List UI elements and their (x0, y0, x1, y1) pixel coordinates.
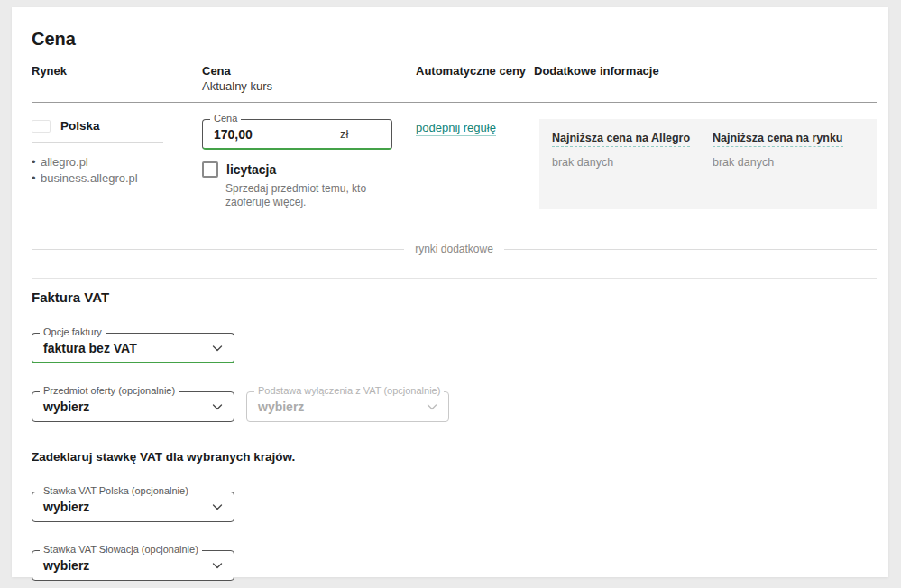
header-price: Cena (202, 64, 416, 78)
header-price-sub: Aktualny kurs (202, 78, 416, 94)
info-lowest-allegro: Najniższa cena na Allegro brak danych (552, 132, 703, 195)
vat-exemption-value: wybierz (258, 400, 427, 414)
vat-exemption-select: Podstawa wyłączenia z VAT (opcjonalnie) … (246, 391, 449, 422)
market-divider (32, 142, 163, 143)
auction-checkbox[interactable] (202, 161, 218, 178)
auction-option: licytacja Sprzedaj przedmiot temu, kto z… (202, 161, 416, 209)
chevron-down-icon (212, 501, 223, 512)
channel-item: business.allegro.pl (32, 170, 184, 187)
currency-suffix: zł (340, 127, 348, 141)
offer-subject-select[interactable]: Przedmiot oferty (opcjonalnie) wybierz (32, 391, 234, 422)
chevron-down-icon (427, 401, 437, 412)
vat-rate-slovakia-select[interactable]: Stawka VAT Słowacja (opcjonalnie) wybier… (32, 550, 234, 581)
market-row: Polska allegro.pl business.allegro.pl Ce… (32, 103, 877, 209)
price-field[interactable]: Cena zł (202, 119, 392, 150)
info-value-lowest-market: brak danych (713, 156, 774, 169)
market-cell: Polska allegro.pl business.allegro.pl (32, 119, 202, 209)
poland-flag-icon (32, 120, 51, 133)
channel-list: allegro.pl business.allegro.pl (32, 154, 184, 186)
info-lowest-market: Najniższa cena na rynku brak danych (713, 132, 864, 195)
offer-subject-label: Przedmiot oferty (opcjonalnie) (40, 385, 179, 397)
section-divider (32, 278, 877, 279)
price-field-label: Cena (210, 113, 241, 124)
header-additional-info: Dodatkowe informacje (534, 64, 877, 94)
page-title: Cena (32, 29, 877, 50)
offer-subject-value: wybierz (43, 400, 212, 414)
price-section-card: Cena Rynek Cena Aktualny kurs Automatycz… (12, 7, 888, 577)
market-name: Polska (60, 119, 100, 133)
vat-exemption-label: Podstawa wyłączenia z VAT (opcjonalnie) (254, 385, 444, 397)
header-market: Rynek (32, 64, 202, 94)
price-input[interactable] (214, 127, 340, 142)
vat-rate-poland-label: Stawka VAT Polska (opcjonalnie) (40, 485, 192, 497)
attach-rule-link[interactable]: podepnij regułę (416, 121, 496, 136)
auto-prices-cell: podepnij regułę (416, 119, 534, 209)
price-cell: Cena zł licytacja Sprzedaj przedmiot tem… (202, 119, 416, 209)
auction-label: licytacja (226, 162, 276, 177)
declare-vat-text: Zadeklaruj stawkę VAT dla wybranych kraj… (32, 450, 877, 464)
invoice-options-value: faktura bez VAT (43, 341, 212, 355)
vat-rate-poland-value: wybierz (43, 500, 212, 514)
vat-section-heading: Faktura VAT (32, 289, 877, 305)
info-value-lowest-allegro: brak danych (552, 156, 613, 169)
vat-rate-slovakia-value: wybierz (43, 558, 212, 573)
auction-description: Sprzedaj przedmiot temu, kto zaoferuje w… (225, 182, 393, 209)
additional-markets-label: rynki dodatkowe (415, 243, 493, 255)
additional-markets-expander[interactable]: rynki dodatkowe (32, 243, 877, 255)
additional-info-panel: Najniższa cena na Allegro brak danych Na… (539, 119, 877, 209)
header-auto-prices: Automatyczne ceny (416, 64, 534, 94)
invoice-options-select[interactable]: Opcje faktury faktura bez VAT (32, 333, 234, 363)
chevron-down-icon (212, 401, 223, 412)
vat-rate-poland-select[interactable]: Stawka VAT Polska (opcjonalnie) wybierz (32, 492, 234, 522)
invoice-options-label: Opcje faktury (40, 326, 106, 338)
chevron-down-icon (212, 343, 223, 354)
vat-rate-slovakia-label: Stawka VAT Słowacja (opcjonalnie) (40, 544, 202, 556)
info-label-lowest-allegro[interactable]: Najniższa cena na Allegro (552, 132, 690, 147)
chevron-down-icon (212, 560, 223, 571)
table-header: Rynek Cena Aktualny kurs Automatyczne ce… (32, 64, 877, 103)
info-label-lowest-market[interactable]: Najniższa cena na rynku (713, 132, 843, 147)
channel-item: allegro.pl (32, 154, 184, 170)
